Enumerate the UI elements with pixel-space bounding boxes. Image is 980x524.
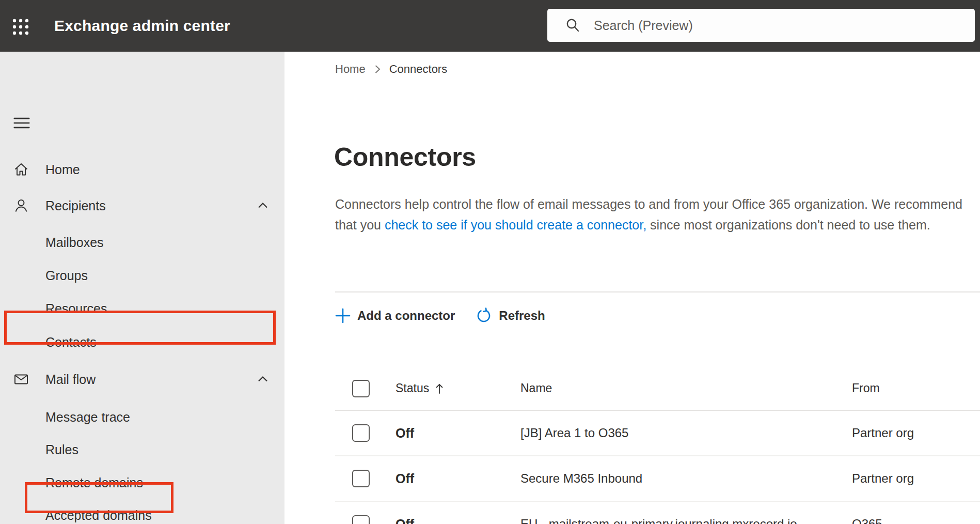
sidebar-item-mailboxes[interactable]: Mailboxes — [0, 226, 284, 259]
row-status: Off — [396, 426, 520, 441]
create-connector-check-link[interactable]: check to see if you should create a conn… — [385, 218, 646, 232]
row-name-link[interactable]: EU - mailstream-eu-primary.journaling.mx… — [520, 517, 852, 524]
row-from: O365 — [852, 517, 980, 524]
add-connector-label: Add a connector — [357, 309, 455, 323]
description-text: since most organizations don't need to u… — [646, 218, 930, 232]
refresh-button[interactable]: Refresh — [476, 307, 545, 324]
row-from: Partner org — [852, 426, 980, 440]
sidebar-item-recipients[interactable]: Recipients — [0, 189, 284, 222]
plus-icon — [335, 308, 351, 323]
page-title: Connectors — [334, 142, 476, 172]
person-icon — [13, 197, 29, 214]
mail-icon — [13, 371, 29, 388]
column-header-name[interactable]: Name — [520, 381, 852, 395]
table-row[interactable]: Off EU - mailstream-eu-primary.journalin… — [335, 502, 980, 524]
sidebar-item-remote-domains[interactable]: Remote domains — [0, 466, 284, 499]
search-box — [547, 9, 975, 42]
breadcrumb: Home Connectors — [335, 61, 447, 78]
chevron-up-icon — [257, 201, 269, 210]
row-from: Partner org — [852, 471, 980, 486]
sidebar-item-groups[interactable]: Groups — [0, 259, 284, 292]
sidebar-item-label: Mailboxes — [45, 235, 104, 250]
row-status: Off — [396, 517, 520, 524]
sidebar-nav: Home Recipients Mailboxes Groups Resourc… — [0, 52, 284, 524]
search-input[interactable] — [547, 9, 975, 42]
sort-ascending-icon — [435, 382, 444, 395]
sidebar-item-home[interactable]: Home — [0, 153, 284, 186]
main-content: Home Connectors Connectors Connectors he… — [284, 52, 980, 524]
toolbar: Add a connector Refresh — [335, 303, 545, 329]
sidebar-item-label: Mail flow — [45, 372, 96, 387]
search-icon — [565, 18, 580, 33]
sidebar-item-mail-flow[interactable]: Mail flow — [0, 363, 284, 396]
sidebar-item-message-trace[interactable]: Message trace — [0, 400, 284, 434]
column-header-status[interactable]: Status — [396, 381, 520, 395]
sidebar-item-rules[interactable]: Rules — [0, 433, 284, 466]
sidebar-item-accepted-domains[interactable]: Accepted domains — [0, 499, 284, 524]
sidebar-item-resources[interactable]: Resources — [0, 292, 284, 325]
sidebar-item-label: Recipients — [45, 198, 106, 213]
app-title: Exchange admin center — [54, 0, 230, 52]
refresh-label: Refresh — [499, 309, 545, 323]
sidebar-item-label: Home — [45, 162, 80, 177]
chevron-up-icon — [257, 375, 269, 384]
select-all-checkbox[interactable] — [352, 380, 370, 397]
app-launcher-button[interactable] — [7, 13, 34, 40]
row-name-link[interactable]: [JB] Area 1 to O365 — [520, 426, 852, 440]
row-name-link[interactable]: Secure M365 Inbound — [520, 471, 852, 486]
table-row[interactable]: Off [JB] Area 1 to O365 Partner org — [335, 411, 980, 456]
row-checkbox[interactable] — [352, 470, 370, 487]
nav-collapse-button[interactable] — [10, 113, 33, 133]
sidebar-item-label: Contacts — [45, 335, 97, 350]
sidebar-item-label: Remote domains — [45, 475, 143, 490]
row-checkbox[interactable] — [352, 424, 370, 442]
table-row[interactable]: Off Secure M365 Inbound Partner org — [335, 456, 980, 502]
sidebar-item-label: Message trace — [45, 410, 130, 425]
refresh-icon — [476, 307, 492, 324]
sidebar-item-label: Groups — [45, 268, 88, 283]
chevron-right-icon — [374, 64, 381, 74]
breadcrumb-home-link[interactable]: Home — [335, 63, 366, 76]
page-description: Connectors help control the flow of emai… — [335, 194, 980, 235]
sidebar-item-label: Resources — [45, 301, 107, 316]
sidebar-item-contacts[interactable]: Contacts — [0, 326, 284, 359]
column-header-from[interactable]: From — [852, 381, 980, 395]
sidebar-item-label: Rules — [45, 442, 78, 457]
row-status: Off — [396, 471, 520, 486]
home-icon — [13, 161, 29, 178]
breadcrumb-current: Connectors — [389, 63, 448, 76]
waffle-icon — [11, 18, 30, 36]
exchange-admin-center-window: Exchange admin center Home — [0, 0, 980, 524]
add-connector-button[interactable]: Add a connector — [335, 308, 455, 323]
table-header-row: Status Name From — [335, 367, 980, 411]
row-checkbox[interactable] — [352, 515, 370, 524]
hamburger-icon — [13, 116, 30, 130]
top-bar: Exchange admin center — [0, 0, 980, 52]
connectors-table: Status Name From Off [JB] Area 1 to O365… — [335, 367, 980, 524]
sidebar-item-label: Accepted domains — [45, 508, 152, 523]
status-header-label: Status — [396, 381, 429, 395]
toolbar-divider — [335, 291, 980, 292]
